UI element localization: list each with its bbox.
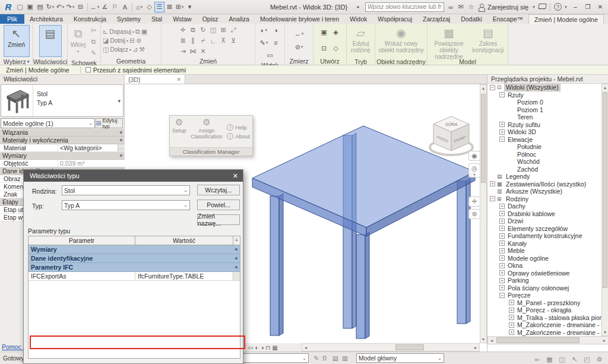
ribbon-tab[interactable]: Zarządzaj	[417, 14, 455, 24]
tree-expander-icon[interactable]: −	[490, 85, 495, 90]
level-scope-button[interactable]: ▤ Zakres kondygnacji	[470, 25, 506, 57]
cut-geometry-button[interactable]: ◪Dotnij▾⊟⊛	[103, 36, 141, 45]
tree-item[interactable]: +M_Tralka - stalowa płaska pionowa	[487, 314, 601, 322]
default-3d-view-icon[interactable]: ⌂▾	[134, 2, 144, 12]
tree-item[interactable]: Poziom 1	[487, 106, 601, 114]
rotate-icon[interactable]: ↻	[200, 26, 205, 34]
maximize-button[interactable]: ❐	[582, 4, 593, 10]
full-navigation-wheel-icon[interactable]: ◉	[468, 151, 480, 161]
mirror-icon[interactable]: ◫	[210, 26, 216, 34]
text-icon[interactable]: A	[120, 2, 130, 12]
help-dropdown-icon[interactable]: ▾	[563, 2, 568, 12]
project-browser-header[interactable]: Przeglądarka projektu - Mebel.rvt	[487, 75, 608, 84]
ribbon-tab[interactable]: Architektura	[24, 14, 68, 24]
sign-in-dropdown-icon[interactable]: ▾	[531, 2, 536, 12]
trim-icon[interactable]: ∟	[210, 37, 217, 45]
tag-icon[interactable]: ⚐	[110, 2, 120, 12]
tree-item[interactable]: +M_Zakończenie - drewniane - prost	[487, 329, 601, 337]
measure-diameter-icon[interactable]: ⊘▾	[294, 42, 304, 52]
tree-expander-icon[interactable]: +	[499, 204, 505, 209]
ribbon-tab[interactable]: Systemy	[112, 14, 146, 24]
join-icon[interactable]: ⋈	[190, 48, 197, 55]
tree-item[interactable]: −Elewacje	[487, 136, 601, 144]
sync-icon[interactable]: ↻▾	[45, 2, 55, 12]
modify-button[interactable]: ↖ Zmień	[4, 25, 30, 57]
ribbon-tab[interactable]: Konstrukcja	[68, 14, 112, 24]
tree-item[interactable]: +M_Zakończenie - drewniane - kulk	[487, 321, 601, 329]
load-button[interactable]: Wczytaj...	[197, 185, 240, 195]
open-file-icon[interactable]: ▣	[25, 2, 35, 12]
ribbon-tab[interactable]: Analiza	[224, 14, 255, 24]
related-hosts-button[interactable]: ▦ Powiązane obiekty nadrzędne	[429, 25, 468, 57]
parameter-group-header[interactable]: Parametry IFC«	[28, 263, 240, 272]
aligned-dimension-icon[interactable]: ∡	[100, 2, 110, 12]
close-view-icon[interactable]: ✕	[176, 77, 181, 83]
property-group-header[interactable]: Materiały i wykończenia«	[0, 137, 125, 144]
revit-logo-icon[interactable]: R	[2, 2, 14, 12]
delete-icon[interactable]: ✕	[200, 48, 205, 55]
tree-expander-icon[interactable]: +	[509, 322, 514, 328]
tree-item[interactable]: +Drzwi	[487, 217, 601, 225]
sort-icon[interactable]: ≡	[233, 236, 240, 245]
print-icon[interactable]: ⊟	[75, 2, 86, 12]
type-selector[interactable]: Stol Typ A ▾	[1, 84, 124, 117]
properties-header[interactable]: Właściwości	[0, 75, 124, 84]
copy-element-icon[interactable]: ⧉	[191, 26, 195, 34]
pan-tool-icon[interactable]: ✛	[468, 197, 480, 207]
design-option-combo[interactable]: Model główny⌄	[356, 353, 444, 363]
tree-item[interactable]: +Meble	[487, 247, 601, 255]
tree-item[interactable]: +M_Poręcz - okrągła	[487, 306, 601, 314]
zoom-tool-icon[interactable]: ◎▾	[468, 163, 480, 178]
new-file-icon[interactable]: ▢	[15, 2, 25, 12]
pin-icon[interactable]: ⊼	[221, 37, 226, 45]
save-icon[interactable]: ▤	[35, 2, 45, 12]
ribbon-tab[interactable]: Stal	[146, 14, 167, 24]
tree-expander-icon[interactable]: +	[499, 255, 505, 261]
tree-item[interactable]: +Rzuty sufitu	[487, 121, 601, 129]
cm-panel-label[interactable]: Classification Manager	[170, 147, 252, 156]
tree-item[interactable]: −Rzuty	[487, 91, 601, 99]
tree-item[interactable]: +Drabinki kablowe	[487, 210, 601, 218]
tree-item[interactable]: Poziom 0	[487, 99, 601, 106]
reveal-constraints-icon[interactable]: ⊓	[266, 344, 271, 351]
tree-item[interactable]: +Kanały	[487, 240, 601, 248]
reveal-hidden-elements-icon[interactable]: ◐	[255, 344, 258, 351]
type-selector-dropdown-icon[interactable]: ▾	[118, 98, 121, 104]
ribbon-tab[interactable]: Zmień | Modele ogólne	[528, 14, 604, 24]
tree-item[interactable]: +▦Zestawienia/Ilości (wszystko)	[487, 181, 601, 188]
tree-item[interactable]: +Modele ogólne	[487, 255, 601, 262]
tree-item[interactable]: +M_Panel - przeszklony	[487, 299, 601, 307]
tree-expander-icon[interactable]: +	[499, 129, 505, 135]
tree-expander-icon[interactable]: −	[499, 137, 505, 142]
browse-button[interactable]	[233, 272, 240, 280]
ribbon-tab[interactable]: Współpracuj	[372, 14, 417, 24]
tree-expander-icon[interactable]: +	[490, 181, 495, 186]
tree-expander-icon[interactable]: +	[499, 240, 505, 246]
cm-setup-button[interactable]: ⚙ Setup	[172, 117, 186, 146]
view-tab-3d[interactable]: {3D} ✕	[125, 75, 185, 84]
filter-icon[interactable]: ⚙	[594, 354, 604, 364]
property-value[interactable]: <Wg kategorii>	[58, 144, 118, 151]
tree-item[interactable]: Teren	[487, 113, 601, 121]
column-parameter[interactable]: Parametr	[28, 236, 135, 245]
section-icon[interactable]: ◇	[144, 2, 154, 12]
tree-item[interactable]: −⊡Widoki (Wszystkie)	[487, 84, 601, 91]
worksets-icon[interactable]: ∞	[532, 354, 542, 364]
ribbon-tab[interactable]: Widok	[344, 14, 372, 24]
viewport-hscrollbar[interactable]: ◂ ▸	[302, 343, 480, 352]
tree-item[interactable]: +Parking	[487, 277, 601, 284]
tree-expander-icon[interactable]: +	[499, 226, 505, 231]
properties-toggle-button[interactable]: ▤	[39, 25, 62, 57]
tree-expander-icon[interactable]: −	[499, 293, 505, 298]
move-icon[interactable]: ✛	[180, 26, 185, 34]
edit-family-button[interactable]: ▱ Edytuj rodzinę	[349, 25, 373, 57]
hide-icon[interactable]: ◐▾	[259, 25, 269, 36]
browse-button[interactable]: …	[118, 144, 125, 151]
communication-center-icon[interactable]: ✉	[456, 2, 466, 12]
tree-expander-icon[interactable]: +	[509, 308, 514, 313]
crop-view-icon[interactable]: ▭	[248, 344, 253, 351]
tree-item[interactable]: +Widoki 3D	[487, 128, 601, 136]
parameter-group-header[interactable]: Wymiary»	[28, 245, 240, 254]
tree-item[interactable]: Wschód	[487, 158, 601, 166]
tree-expander-icon[interactable]: +	[509, 300, 514, 305]
